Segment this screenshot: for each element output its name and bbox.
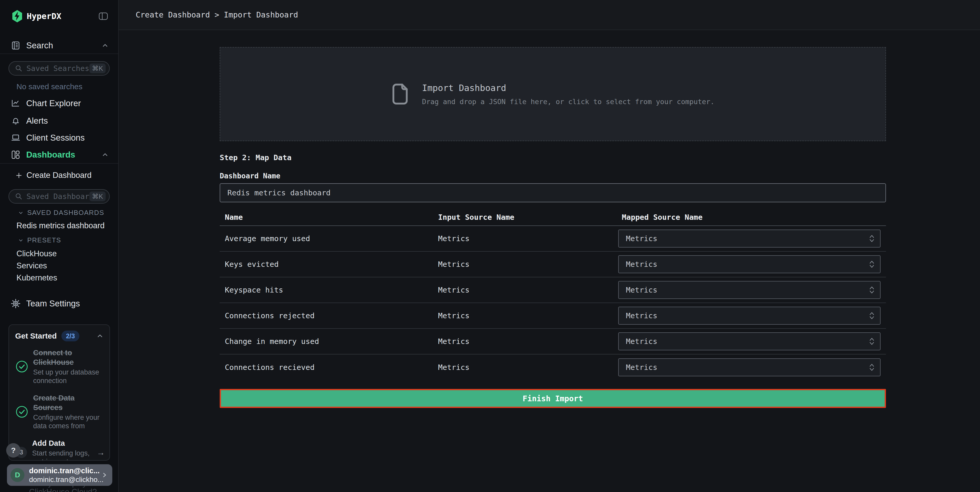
saved-dashboards-search[interactable]: ⌘K bbox=[8, 189, 110, 204]
selected-value: Metrics bbox=[626, 234, 657, 243]
selected-value: Metrics bbox=[626, 286, 657, 295]
selected-value: Metrics bbox=[626, 260, 657, 269]
step-title: Connect to ClickHouse bbox=[33, 348, 103, 367]
sidebar-item-chart-explorer[interactable]: Chart Explorer bbox=[0, 95, 118, 112]
sidebar-item-dashboards[interactable]: Dashboards bbox=[0, 146, 118, 163]
sidebar-item-redis-dashboard[interactable]: Redis metrics dashboard bbox=[0, 221, 118, 231]
step-title: Create Data Sources bbox=[33, 393, 103, 412]
input-source: Metrics bbox=[438, 337, 622, 346]
table-row: Average memory used Metrics Metrics bbox=[220, 226, 886, 252]
presets-group-toggle[interactable]: PRESETS bbox=[18, 236, 61, 244]
chevron-up-icon[interactable] bbox=[102, 42, 108, 49]
chart-name: Average memory used bbox=[225, 234, 438, 243]
mapped-source-select[interactable]: Metrics bbox=[618, 358, 881, 376]
help-label: ? bbox=[11, 446, 16, 455]
dashboard-name-field[interactable] bbox=[220, 183, 886, 202]
chart-name: Change in memory used bbox=[225, 337, 438, 346]
divider bbox=[0, 163, 118, 164]
saved-dashboards-group-toggle[interactable]: SAVED DASHBOARDS bbox=[18, 209, 104, 217]
presets-group-label: PRESETS bbox=[27, 236, 61, 244]
dashboard-name-input[interactable] bbox=[228, 188, 878, 197]
mapped-source-select[interactable]: Metrics bbox=[618, 281, 881, 299]
mapped-source-select[interactable]: Metrics bbox=[618, 332, 881, 350]
sidebar-item-team-settings[interactable]: Team Settings bbox=[0, 295, 118, 312]
laptop-icon bbox=[11, 133, 21, 143]
avatar: D bbox=[11, 468, 24, 482]
chevron-down-icon bbox=[18, 237, 24, 243]
column-input-source: Input Source Name bbox=[438, 213, 622, 221]
table-row: Connections recieved Metrics Metrics bbox=[220, 355, 886, 380]
user-email: dominic.tran@clickho... bbox=[29, 475, 102, 484]
source-mapping-table: Name Input Source Name Mapped Source Nam… bbox=[220, 209, 886, 380]
shortcut-badge: ⌘K bbox=[89, 64, 106, 73]
input-source: Metrics bbox=[438, 234, 622, 243]
sidebar-item-services[interactable]: Services bbox=[0, 261, 118, 271]
file-icon bbox=[391, 83, 409, 105]
selected-value: Metrics bbox=[626, 363, 657, 372]
step-desc: Configure where your data comes from bbox=[33, 413, 103, 430]
table-row: Connections rejected Metrics Metrics bbox=[220, 303, 886, 329]
mapped-source-select[interactable]: Metrics bbox=[618, 255, 881, 273]
step-desc: Start sending logs, metrics, or traces bbox=[32, 449, 103, 461]
check-circle-icon bbox=[16, 406, 28, 418]
breadcrumb-separator: > bbox=[215, 10, 219, 19]
search-label: Search bbox=[26, 41, 53, 50]
dashboard-name-label: Dashboard Name bbox=[220, 172, 980, 180]
sidebar-item-search[interactable]: Search bbox=[0, 37, 118, 54]
dashboards-label: Dashboards bbox=[26, 150, 75, 160]
sidebar-item-alerts[interactable]: Alerts bbox=[0, 112, 118, 129]
hyperdx-logo-icon bbox=[11, 10, 23, 22]
bell-icon bbox=[11, 116, 21, 126]
breadcrumb-import-dashboard: Import Dashboard bbox=[224, 10, 298, 19]
get-started-step-sources[interactable]: Create Data Sources Configure where your… bbox=[9, 393, 110, 430]
chevron-right-icon bbox=[102, 472, 108, 478]
chart-icon bbox=[11, 99, 21, 108]
input-source: Metrics bbox=[438, 363, 622, 372]
sidebar-item-clickhouse[interactable]: ClickHouse bbox=[0, 248, 118, 259]
get-started-panel: Get Started 2/3 Connect to ClickHouse Se… bbox=[8, 325, 110, 461]
progress-badge: 2/3 bbox=[61, 331, 80, 341]
chevron-down-icon bbox=[18, 210, 24, 216]
team-settings-label: Team Settings bbox=[26, 299, 80, 309]
topbar: Create Dashboard>Import Dashboard bbox=[119, 0, 980, 30]
chevron-up-icon[interactable] bbox=[97, 333, 103, 339]
mapped-source-select[interactable]: Metrics bbox=[618, 307, 881, 325]
selected-value: Metrics bbox=[626, 337, 657, 346]
step-heading: Step 2: Map Data bbox=[220, 153, 980, 162]
main-area: Create Dashboard>Import Dashboard Import… bbox=[119, 0, 980, 492]
dashboard-grid-icon bbox=[11, 150, 21, 160]
table-row: Keyspace hits Metrics Metrics bbox=[220, 277, 886, 303]
selected-value: Metrics bbox=[626, 311, 657, 320]
get-started-step-add-data[interactable]: 3 Add Data Start sending logs, metrics, … bbox=[9, 438, 110, 461]
sidebar-collapse-icon[interactable] bbox=[98, 11, 108, 21]
sidebar-item-create-dashboard[interactable]: Create Dashboard bbox=[0, 167, 118, 183]
create-dashboard-label: Create Dashboard bbox=[27, 171, 91, 180]
help-button[interactable]: ? bbox=[6, 443, 21, 457]
chart-name: Keys evicted bbox=[225, 260, 438, 269]
divider bbox=[0, 54, 118, 54]
alerts-label: Alerts bbox=[26, 116, 48, 126]
saved-searches-input[interactable] bbox=[27, 64, 89, 73]
user-menu[interactable]: D dominic.tran@clic... dominic.tran@clic… bbox=[7, 464, 112, 486]
chevron-up-icon[interactable] bbox=[102, 151, 108, 158]
breadcrumb-create-dashboard[interactable]: Create Dashboard bbox=[136, 10, 210, 19]
journal-icon bbox=[11, 41, 21, 50]
finish-import-button[interactable]: Finish Import bbox=[220, 389, 886, 408]
user-name: dominic.tran@clic... bbox=[29, 466, 102, 475]
chart-name: Connections rejected bbox=[225, 311, 438, 320]
select-chevrons-icon bbox=[869, 363, 875, 372]
sidebar-item-client-sessions[interactable]: Client Sessions bbox=[0, 129, 118, 146]
sidebar: HyperDX Search ⌘K No saved s bbox=[0, 0, 119, 492]
breadcrumb: Create Dashboard>Import Dashboard bbox=[136, 10, 298, 19]
select-chevrons-icon bbox=[869, 234, 875, 243]
get-started-title: Get Started bbox=[15, 331, 57, 340]
table-row: Change in memory used Metrics Metrics bbox=[220, 329, 886, 355]
sidebar-item-kubernetes[interactable]: Kubernetes bbox=[0, 273, 118, 283]
import-page: Import Dashboard Drag and drop a JSON fi… bbox=[119, 47, 980, 408]
mapped-source-select[interactable]: Metrics bbox=[618, 229, 881, 248]
json-dropzone[interactable]: Import Dashboard Drag and drop a JSON fi… bbox=[220, 47, 886, 141]
get-started-step-connect[interactable]: Connect to ClickHouse Set up your databa… bbox=[9, 348, 110, 385]
saved-searches-search[interactable]: ⌘K bbox=[8, 61, 110, 76]
saved-dashboards-input[interactable] bbox=[27, 192, 89, 201]
chart-explorer-label: Chart Explorer bbox=[26, 99, 81, 108]
